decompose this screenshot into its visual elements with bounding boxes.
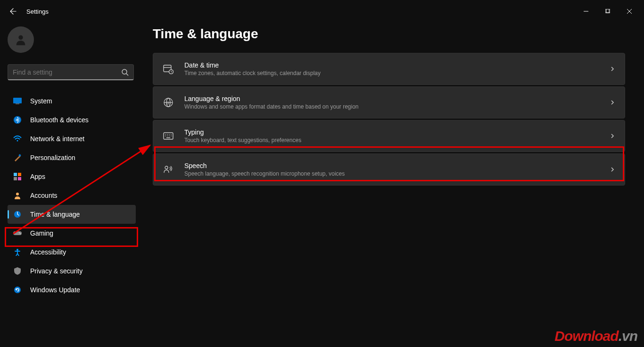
speech-icon	[163, 164, 174, 175]
sidebar-item-time-language[interactable]: Time & language	[8, 205, 136, 224]
chevron-right-icon	[610, 133, 615, 139]
sidebar-item-personalization[interactable]: Personalization	[8, 148, 136, 167]
sidebar-item-accessibility[interactable]: Accessibility	[8, 243, 136, 262]
sidebar-item-apps[interactable]: Apps	[8, 167, 136, 186]
sidebar-item-privacy[interactable]: Privacy & security	[8, 262, 136, 280]
svg-point-35	[171, 134, 172, 135]
svg-rect-14	[18, 173, 21, 176]
close-button[interactable]	[619, 4, 640, 19]
svg-point-21	[20, 233, 21, 234]
minimize-icon	[584, 9, 588, 14]
window-title: Settings	[26, 8, 49, 15]
svg-point-22	[17, 249, 18, 251]
setting-text: Speech Speech language, speech recogniti…	[184, 162, 610, 177]
maximize-button[interactable]	[597, 4, 619, 19]
calendar-clock-icon	[163, 63, 174, 75]
svg-rect-1	[605, 9, 609, 13]
setting-title: Typing	[184, 128, 610, 136]
setting-text: Typing Touch keyboard, text suggestions,…	[184, 128, 610, 144]
nav-list: System Bluetooth & devices Network & int…	[8, 92, 136, 299]
sidebar-item-label: Apps	[30, 173, 45, 180]
svg-point-32	[165, 134, 166, 135]
user-avatar[interactable]	[8, 26, 34, 53]
shield-icon	[13, 267, 22, 275]
sidebar-item-label: Privacy & security	[30, 267, 83, 275]
svg-point-37	[167, 135, 168, 136]
sidebar-item-label: Accessibility	[30, 248, 66, 256]
accessibility-icon	[13, 248, 22, 256]
svg-point-34	[169, 134, 170, 135]
svg-point-39	[171, 135, 172, 136]
svg-rect-15	[14, 177, 17, 180]
bluetooth-icon	[13, 116, 22, 124]
svg-line-7	[126, 74, 128, 76]
maximize-icon	[605, 9, 610, 14]
svg-point-20	[19, 232, 20, 233]
svg-point-5	[18, 35, 23, 40]
sidebar-item-label: Bluetooth & devices	[30, 116, 89, 124]
setting-title: Language & region	[184, 95, 610, 102]
setting-desc: Windows and some apps format dates and t…	[184, 103, 610, 110]
setting-title: Date & time	[184, 61, 610, 69]
sidebar-item-label: Windows Update	[30, 286, 80, 294]
sidebar-item-network[interactable]: Network & internet	[8, 129, 136, 148]
main-content: Time & language Date & time Time zones, …	[141, 23, 644, 347]
svg-point-33	[167, 134, 168, 135]
sidebar-item-gaming[interactable]: Gaming	[8, 224, 136, 243]
sidebar-item-label: Network & internet	[30, 135, 84, 143]
sidebar-item-system[interactable]: System	[8, 92, 136, 110]
chevron-right-icon	[610, 66, 615, 72]
minimize-button[interactable]	[575, 4, 597, 19]
svg-rect-8	[13, 98, 22, 103]
close-icon	[627, 9, 632, 14]
window-controls	[575, 4, 640, 19]
clock-globe-icon	[13, 210, 22, 219]
svg-rect-31	[164, 133, 173, 139]
svg-point-11	[17, 140, 18, 142]
setting-item-speech[interactable]: Speech Speech language, speech recogniti…	[153, 153, 625, 186]
wifi-icon	[13, 135, 22, 143]
chevron-right-icon	[610, 100, 615, 105]
svg-rect-40	[166, 137, 170, 138]
search-box[interactable]	[8, 64, 134, 80]
setting-text: Date & time Time zones, automatic clock …	[184, 61, 610, 76]
system-icon	[13, 97, 22, 105]
setting-item-typing[interactable]: Typing Touch keyboard, text suggestions,…	[153, 120, 625, 152]
search-input[interactable]	[13, 68, 121, 76]
sidebar: System Bluetooth & devices Network & int…	[0, 23, 141, 347]
svg-point-36	[165, 135, 166, 136]
globe-language-icon: 字	[163, 97, 174, 108]
svg-point-38	[169, 135, 170, 136]
apps-icon	[13, 172, 22, 181]
accounts-icon	[13, 191, 22, 200]
svg-text:字: 字	[166, 102, 170, 105]
back-arrow-icon	[9, 8, 17, 15]
svg-rect-2	[606, 9, 610, 13]
keyboard-icon	[163, 130, 174, 142]
person-icon	[14, 33, 27, 46]
gaming-icon	[13, 229, 22, 237]
sidebar-item-label: Personalization	[30, 154, 75, 161]
page-title: Time & language	[153, 26, 625, 42]
svg-point-17	[16, 193, 19, 195]
back-button[interactable]	[4, 2, 23, 21]
setting-item-date-time[interactable]: Date & time Time zones, automatic clock …	[153, 53, 625, 85]
sidebar-item-bluetooth[interactable]: Bluetooth & devices	[8, 110, 136, 129]
watermark: Download.vn	[554, 328, 637, 344]
setting-item-language-region[interactable]: 字 Language & region Windows and some app…	[153, 86, 625, 118]
svg-rect-19	[13, 231, 22, 235]
setting-desc: Touch keyboard, text suggestions, prefer…	[184, 137, 610, 144]
sidebar-item-windows-update[interactable]: Windows Update	[8, 280, 136, 299]
setting-desc: Speech language, speech recognition micr…	[184, 170, 610, 177]
svg-rect-12	[18, 154, 21, 157]
svg-point-6	[122, 69, 127, 74]
search-icon	[121, 68, 129, 76]
brush-icon	[13, 153, 22, 162]
setting-text: Language & region Windows and some apps …	[184, 95, 610, 110]
sidebar-item-label: Accounts	[30, 192, 58, 199]
sidebar-item-label: Time & language	[30, 211, 80, 218]
settings-list: Date & time Time zones, automatic clock …	[153, 53, 625, 186]
sidebar-item-accounts[interactable]: Accounts	[8, 186, 136, 205]
svg-rect-13	[14, 173, 17, 176]
setting-desc: Time zones, automatic clock settings, ca…	[184, 70, 610, 76]
